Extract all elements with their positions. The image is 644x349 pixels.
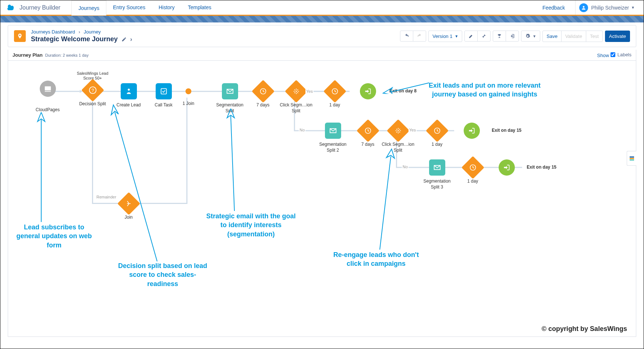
user-name: Philip Schweizer bbox=[591, 5, 629, 11]
annotation-4: Re-engage leads who don't click in campa… bbox=[328, 250, 424, 268]
click-seg-split-2-node[interactable] bbox=[386, 119, 409, 142]
journey-icon bbox=[14, 30, 26, 42]
branch-yes-1: Yes bbox=[305, 88, 314, 94]
svg-point-6 bbox=[128, 89, 130, 91]
avatar-icon bbox=[579, 3, 588, 12]
trophy-btn[interactable] bbox=[493, 31, 506, 42]
svg-rect-15 bbox=[630, 156, 634, 158]
exit-day15a-node[interactable] bbox=[464, 123, 480, 139]
svg-rect-2 bbox=[45, 87, 51, 91]
edit-btn[interactable] bbox=[464, 31, 478, 42]
feedback-link[interactable]: Feedback bbox=[532, 5, 575, 11]
decision-split-node[interactable]: ? bbox=[81, 79, 104, 102]
wait-1day-2-node[interactable] bbox=[425, 119, 448, 142]
chevron-down-icon: ▼ bbox=[631, 6, 635, 10]
nav-tab-journeys[interactable]: Journeys bbox=[71, 0, 106, 15]
plan-label: Journey Plan bbox=[13, 52, 43, 58]
copyright-text: © copyright by SalesWings bbox=[542, 325, 627, 333]
version-dropdown[interactable]: Version 1 ▼ bbox=[428, 31, 462, 42]
svg-rect-17 bbox=[630, 159, 634, 161]
segmentation-split-2-label: Segmentation Split 2 bbox=[315, 142, 350, 153]
cloudpages-node[interactable] bbox=[40, 81, 56, 97]
click-seg-split-label: Click Segm…ion Split bbox=[279, 102, 314, 114]
validate-button[interactable]: Validate bbox=[561, 31, 586, 42]
wait-1day-2-label: 1 day bbox=[420, 142, 454, 148]
redo-button[interactable] bbox=[413, 31, 426, 42]
segmentation-split-3-label: Segmentation Split 3 bbox=[420, 179, 454, 190]
labels-checkbox[interactable] bbox=[611, 52, 615, 57]
breadcrumb-current: Journey bbox=[84, 29, 101, 35]
pin-btn[interactable] bbox=[477, 31, 491, 42]
wait-1day-3-node[interactable] bbox=[461, 156, 484, 179]
exit-btn[interactable] bbox=[506, 31, 519, 42]
settings-dropdown[interactable]: ▼ bbox=[521, 31, 540, 42]
svg-point-12 bbox=[397, 130, 399, 131]
salesforce-logo-icon bbox=[6, 4, 16, 11]
nav-tab-entry-sources[interactable]: Entry Sources bbox=[106, 0, 152, 15]
branch-yes-2: Yes bbox=[408, 127, 417, 133]
save-button[interactable]: Save bbox=[542, 31, 562, 42]
plan-duration: 2 weeks 1 day bbox=[63, 53, 88, 57]
svg-rect-7 bbox=[161, 89, 166, 94]
page-title: Strategic Welcome Journey › bbox=[31, 35, 132, 43]
join-1-label: 1 Join bbox=[177, 101, 199, 107]
nav-tab-history[interactable]: History bbox=[152, 0, 181, 15]
segmentation-split-2-node[interactable] bbox=[325, 123, 341, 139]
show-link[interactable]: Show bbox=[597, 53, 609, 58]
annotation-5: Exit leads and put on more relevant jour… bbox=[424, 81, 545, 99]
branch-no-2: No bbox=[402, 164, 408, 170]
join-1-node[interactable] bbox=[185, 88, 191, 94]
activate-button[interactable]: Activate bbox=[605, 31, 630, 42]
decorative-pattern bbox=[0, 16, 644, 22]
journey-canvas[interactable]: CloudPages SalesWings Lead Score 50+ ? D… bbox=[8, 61, 636, 337]
annotation-2: Decision split based on lead score to ch… bbox=[115, 261, 210, 288]
wait-7days-2-label: 7 days bbox=[350, 142, 385, 148]
svg-rect-3 bbox=[45, 91, 51, 92]
branch-no-1: No bbox=[299, 127, 305, 133]
exit-day8-node[interactable] bbox=[360, 83, 376, 99]
breadcrumb-dashboard[interactable]: Journeys Dashboard bbox=[31, 29, 75, 35]
side-panel-toggle[interactable] bbox=[627, 151, 636, 166]
app-title: Journey Builder bbox=[20, 4, 60, 11]
annotation-3: Strategic email with the goal to identif… bbox=[203, 212, 299, 239]
wait-1day-label: 1 day bbox=[317, 102, 352, 108]
segmentation-split-3-node[interactable] bbox=[429, 159, 445, 176]
exit-day15b-node[interactable] bbox=[499, 159, 515, 176]
nav-tab-templates[interactable]: Templates bbox=[181, 0, 218, 15]
wait-7days-label: 7 days bbox=[245, 102, 280, 108]
annotation-1: Lead subscribes to general updates on we… bbox=[12, 223, 96, 250]
wait-7days-node[interactable] bbox=[251, 80, 274, 103]
user-menu[interactable]: Philip Schweizer ▼ bbox=[575, 0, 638, 15]
segmentation-split-node[interactable] bbox=[222, 83, 238, 99]
svg-rect-16 bbox=[630, 158, 634, 159]
wait-1day-node[interactable] bbox=[323, 80, 346, 103]
undo-button[interactable] bbox=[400, 31, 413, 42]
exit-day15a-label: Exit on day 15 bbox=[492, 128, 521, 134]
wait-7days-2-node[interactable] bbox=[356, 119, 379, 142]
wait-1day-3-label: 1 day bbox=[455, 179, 490, 184]
breadcrumb: Journeys Dashboard › Journey bbox=[31, 29, 132, 35]
labels-text: Labels bbox=[618, 52, 631, 57]
exit-day15b-label: Exit on day 15 bbox=[527, 165, 556, 170]
svg-point-9 bbox=[296, 91, 297, 92]
call-task-node[interactable] bbox=[156, 83, 172, 99]
svg-text:?: ? bbox=[91, 88, 94, 93]
edit-icon[interactable] bbox=[121, 37, 127, 42]
test-button[interactable]: Test bbox=[586, 31, 603, 42]
click-seg-split-node[interactable] bbox=[284, 80, 307, 103]
create-lead-node[interactable] bbox=[121, 83, 137, 99]
chevron-right-icon[interactable]: › bbox=[130, 36, 132, 43]
svg-point-0 bbox=[583, 6, 585, 8]
